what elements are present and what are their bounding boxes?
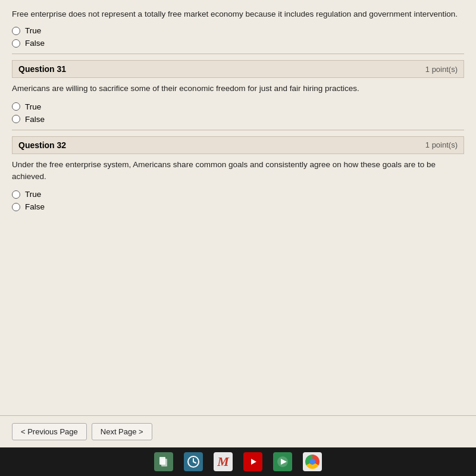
q32-true-label: True [25, 190, 41, 199]
clock-icon[interactable] [184, 452, 203, 471]
question-31-options: True False [12, 102, 464, 124]
svg-line-4 [193, 462, 196, 463]
q32-option-true[interactable]: True [12, 190, 464, 199]
divider-1 [12, 54, 464, 54]
question-31-text: Americans are willing to sacrifice some … [12, 83, 464, 95]
q31-option-true[interactable]: True [12, 102, 464, 111]
q32-radio-false[interactable] [12, 203, 20, 211]
q32-radio-true[interactable] [12, 190, 20, 199]
question-32-options: True False [12, 190, 464, 211]
top-option-true-label: True [25, 26, 41, 35]
svg-rect-1 [161, 459, 167, 466]
main-content: Free enterprise does not represent a tot… [0, 0, 476, 415]
question-32-header: Question 32 1 point(s) [12, 136, 464, 154]
next-page-button[interactable]: Next Page > [92, 423, 152, 440]
top-option-false-label: False [25, 39, 45, 48]
navigation-area: < Previous Page Next Page > [0, 415, 476, 447]
taskbar: M [0, 447, 476, 476]
q31-radio-false[interactable] [12, 115, 20, 123]
top-option-true[interactable]: True [12, 26, 464, 35]
top-options: True False [12, 26, 464, 48]
svg-marker-5 [251, 459, 256, 465]
q31-radio-true[interactable] [12, 102, 20, 111]
q32-false-label: False [25, 202, 45, 211]
top-question-text: Free enterprise does not represent a tot… [12, 8, 464, 20]
top-radio-true[interactable] [12, 27, 20, 35]
prev-page-button[interactable]: < Previous Page [12, 423, 87, 440]
question-31-header: Question 31 1 point(s) [12, 60, 464, 78]
question-32-points: 1 point(s) [425, 140, 458, 149]
q31-true-label: True [25, 102, 41, 111]
q31-option-false[interactable]: False [12, 115, 464, 124]
q31-false-label: False [25, 115, 45, 124]
youtube-icon[interactable] [243, 452, 262, 471]
divider-2 [12, 130, 464, 130]
files-icon[interactable] [154, 452, 173, 471]
top-option-false[interactable]: False [12, 39, 464, 48]
mail-icon[interactable]: M [214, 452, 233, 471]
top-radio-false[interactable] [12, 39, 20, 48]
question-32-label: Question 32 [18, 140, 66, 150]
question-31-points: 1 point(s) [425, 65, 458, 74]
question-31-label: Question 31 [18, 64, 66, 74]
q32-option-false[interactable]: False [12, 202, 464, 211]
question-32-text: Under the free enterprise system, Americ… [12, 159, 464, 183]
chrome-icon[interactable] [303, 452, 322, 471]
play-icon[interactable] [273, 452, 292, 471]
